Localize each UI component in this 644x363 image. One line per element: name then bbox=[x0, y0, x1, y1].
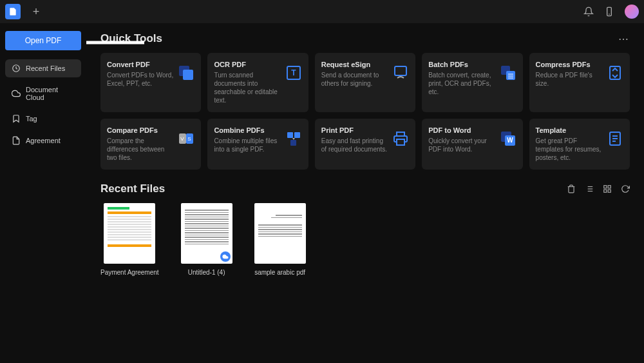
tool-print-pdf[interactable]: Print PDFEasy and fast printing of requi… bbox=[315, 119, 415, 170]
trash-icon[interactable] bbox=[567, 184, 576, 193]
arrow-annotation bbox=[86, 36, 147, 49]
list-view-icon[interactable] bbox=[585, 184, 594, 193]
bell-icon[interactable] bbox=[583, 6, 594, 17]
word-icon: W bbox=[500, 130, 516, 147]
mobile-icon[interactable] bbox=[604, 6, 614, 17]
svg-rect-23 bbox=[397, 139, 404, 145]
sidebar-label: Agreement bbox=[26, 137, 61, 144]
svg-rect-11 bbox=[506, 71, 515, 80]
file-name: Payment Agreement bbox=[100, 269, 159, 276]
sidebar-item-document-cloud[interactable]: Document Cloud bbox=[5, 81, 81, 106]
file-thumbnail bbox=[104, 203, 155, 264]
recent-files-title: Recent Files bbox=[100, 182, 165, 195]
tool-compare-pdfs[interactable]: Compare PDFsCompare the differences betw… bbox=[100, 119, 201, 170]
svg-rect-22 bbox=[290, 140, 296, 146]
app-logo[interactable] bbox=[5, 4, 21, 19]
svg-rect-6 bbox=[183, 70, 193, 80]
print-icon bbox=[392, 130, 409, 147]
compare-icon: VS bbox=[178, 130, 194, 147]
convert-icon bbox=[178, 64, 194, 81]
file-thumbnail bbox=[181, 203, 232, 264]
svg-text:W: W bbox=[507, 137, 513, 144]
file-icon bbox=[12, 136, 21, 145]
file-item[interactable]: Payment Agreement bbox=[100, 203, 159, 276]
sidebar-label: Recent Files bbox=[26, 64, 65, 72]
bookmark-icon bbox=[12, 114, 21, 123]
new-tab-button[interactable]: + bbox=[31, 6, 41, 17]
file-item[interactable]: sample arabic pdf bbox=[254, 203, 306, 276]
file-name: Untitled-1 (4) bbox=[188, 269, 225, 276]
compress-icon bbox=[607, 64, 623, 81]
refresh-icon[interactable] bbox=[621, 184, 630, 193]
open-pdf-button[interactable]: Open PDF bbox=[5, 31, 81, 50]
esign-icon bbox=[392, 64, 409, 81]
sidebar-label: Tag bbox=[26, 115, 37, 123]
svg-rect-39 bbox=[608, 190, 611, 192]
file-thumbnail bbox=[254, 203, 306, 264]
svg-rect-0 bbox=[607, 7, 612, 15]
svg-rect-20 bbox=[287, 132, 293, 138]
tool-combine-pdfs[interactable]: Combine PDFsCombine multiple files into … bbox=[207, 119, 308, 170]
tools-grid: Convert PDFConvert PDFs to Word, Excel, … bbox=[100, 53, 630, 170]
tool-request-esign[interactable]: Request eSignSend a document to others f… bbox=[315, 53, 415, 112]
files-row: Payment Agreement Untitled-1 (4) sample … bbox=[100, 203, 630, 276]
cloud-badge-icon bbox=[220, 251, 231, 262]
cloud-icon bbox=[12, 89, 21, 98]
quick-tools-header: Quick Tools ⋯ bbox=[100, 32, 630, 45]
sidebar-item-recent-files[interactable]: Recent Files bbox=[5, 59, 81, 77]
recent-files-actions bbox=[567, 184, 630, 193]
sidebar: Open PDF Recent Files Document Cloud Tag… bbox=[0, 23, 86, 363]
user-avatar[interactable] bbox=[625, 5, 639, 19]
svg-rect-9 bbox=[395, 66, 406, 75]
tool-compress-pdfs[interactable]: Compress PDFsReduce a PDF file's size. bbox=[529, 53, 630, 112]
titlebar: + bbox=[0, 0, 644, 23]
tool-convert-pdf[interactable]: Convert PDFConvert PDFs to Word, Excel, … bbox=[100, 53, 201, 112]
more-button[interactable]: ⋯ bbox=[618, 33, 630, 45]
pdf-logo-icon bbox=[8, 7, 17, 16]
titlebar-right bbox=[583, 5, 639, 19]
file-name: sample arabic pdf bbox=[254, 269, 305, 276]
svg-rect-37 bbox=[604, 186, 607, 188]
combine-icon bbox=[285, 130, 302, 147]
template-icon bbox=[607, 130, 623, 147]
clock-icon bbox=[12, 64, 21, 73]
recent-files-header: Recent Files bbox=[100, 182, 630, 195]
tool-pdf-to-word[interactable]: PDF to WordQuickly convert your PDF into… bbox=[422, 119, 522, 170]
svg-rect-38 bbox=[608, 186, 611, 188]
container: Open PDF Recent Files Document Cloud Tag… bbox=[0, 23, 644, 363]
titlebar-left: + bbox=[5, 4, 41, 19]
svg-rect-40 bbox=[604, 190, 607, 192]
file-item[interactable]: Untitled-1 (4) bbox=[181, 203, 232, 276]
grid-view-icon[interactable] bbox=[603, 184, 612, 193]
batch-icon bbox=[500, 64, 516, 81]
main-content: Quick Tools ⋯ Convert PDFConvert PDFs to… bbox=[86, 23, 644, 363]
sidebar-item-tag[interactable]: Tag bbox=[5, 110, 81, 128]
svg-text:T: T bbox=[291, 68, 296, 77]
tool-batch-pdfs[interactable]: Batch PDFsBatch convert, create, print, … bbox=[422, 53, 522, 112]
sidebar-item-agreement[interactable]: Agreement bbox=[5, 132, 81, 150]
sidebar-label: Document Cloud bbox=[26, 86, 75, 101]
svg-text:S: S bbox=[188, 136, 191, 142]
ocr-icon: T bbox=[285, 64, 302, 81]
tool-template[interactable]: TemplateGet great PDF templates for resu… bbox=[529, 119, 630, 170]
svg-rect-21 bbox=[294, 132, 300, 138]
tool-ocr-pdf[interactable]: OCR PDFTurn scanned documents into searc… bbox=[207, 53, 308, 112]
svg-text:V: V bbox=[181, 136, 185, 142]
